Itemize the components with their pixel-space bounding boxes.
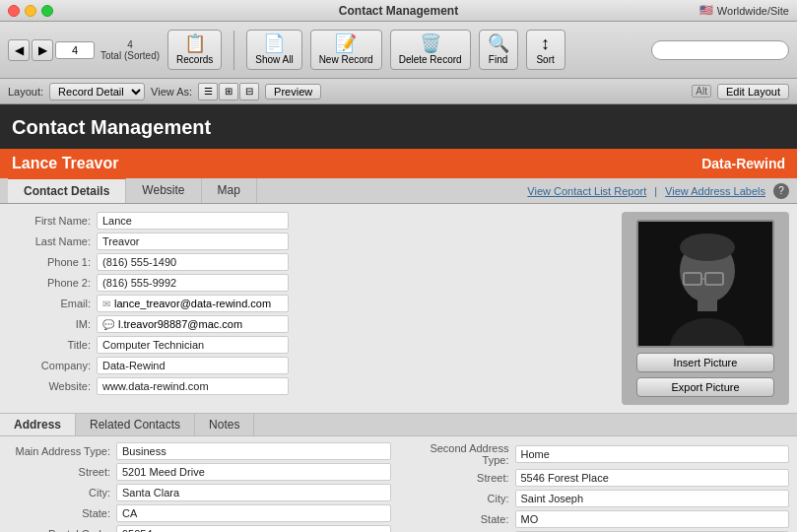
second-state-input[interactable] bbox=[515, 510, 790, 528]
view-list-button[interactable]: ☰ bbox=[198, 83, 218, 100]
contact-photo bbox=[638, 220, 772, 348]
tab-area: Contact Details Website Map View Contact… bbox=[0, 178, 797, 413]
search-input[interactable] bbox=[651, 40, 789, 60]
website-input[interactable] bbox=[97, 377, 289, 395]
phone1-input[interactable] bbox=[97, 253, 289, 271]
company-label: Company: bbox=[8, 360, 97, 371]
second-type-row: Second Address Type: bbox=[407, 442, 790, 466]
titlebar-right: 🇺🇸 Worldwide/Site bbox=[699, 4, 789, 17]
maximize-button[interactable] bbox=[41, 5, 53, 17]
view-grid-button[interactable]: ⊟ bbox=[239, 83, 259, 100]
edit-layout-button[interactable]: Edit Layout bbox=[717, 84, 789, 100]
im-label: IM: bbox=[8, 318, 97, 330]
new-record-icon: 📝 bbox=[335, 34, 357, 52]
first-name-row: First Name: bbox=[8, 212, 610, 230]
main-street-input[interactable] bbox=[116, 463, 391, 481]
svg-point-5 bbox=[680, 233, 735, 261]
new-record-button[interactable]: 📝 New Record bbox=[310, 30, 382, 70]
name-banner: Lance Treavor Data-Rewind bbox=[0, 149, 797, 178]
company-input[interactable] bbox=[97, 357, 289, 374]
window-title: Contact Management bbox=[339, 4, 458, 18]
phone2-input[interactable] bbox=[97, 274, 289, 292]
find-button[interactable]: 🔍 Find bbox=[479, 30, 518, 70]
title-label: Title: bbox=[8, 339, 97, 351]
title-row: Title: bbox=[8, 336, 610, 354]
layoutbar: Layout: Record Detail View As: ☰ ⊞ ⊟ Pre… bbox=[0, 79, 797, 104]
main-city-label: City: bbox=[8, 487, 116, 499]
last-name-label: Last Name: bbox=[8, 235, 97, 247]
contact-name: Lance Treavor bbox=[12, 155, 119, 172]
last-name-row: Last Name: bbox=[8, 233, 610, 250]
email-input[interactable] bbox=[114, 298, 283, 309]
nav-back-button[interactable]: ◀ bbox=[8, 39, 30, 61]
layout-select[interactable]: Record Detail bbox=[49, 83, 145, 100]
main-type-row: Main Address Type: bbox=[8, 442, 391, 460]
im-row: IM: 💬 bbox=[8, 315, 610, 333]
sort-button[interactable]: ↕️ Sort bbox=[526, 30, 565, 70]
view-table-button[interactable]: ⊞ bbox=[219, 83, 238, 100]
phone2-row: Phone 2: bbox=[8, 274, 610, 292]
minimize-button[interactable] bbox=[25, 5, 36, 17]
second-state-row: State: bbox=[407, 510, 790, 528]
phone1-label: Phone 1: bbox=[8, 256, 97, 268]
close-button[interactable] bbox=[8, 5, 20, 17]
subtab-address[interactable]: Address bbox=[0, 414, 76, 435]
toolbar: ◀ ▶ 4 Total (Sorted) 📋 Records 📄 Show Al… bbox=[0, 22, 797, 79]
im-icon: 💬 bbox=[102, 319, 114, 330]
email-icon: ✉ bbox=[102, 299, 110, 309]
records-button[interactable]: 📋 Records bbox=[167, 30, 222, 70]
main-type-input[interactable] bbox=[116, 442, 391, 460]
layout-label: Layout: bbox=[8, 86, 43, 98]
nav-forward-button[interactable]: ▶ bbox=[32, 39, 53, 61]
second-state-label: State: bbox=[407, 513, 515, 525]
second-type-input[interactable] bbox=[515, 445, 790, 463]
main-state-input[interactable] bbox=[116, 504, 391, 522]
first-name-input[interactable] bbox=[97, 212, 289, 230]
alt-label: Alt bbox=[692, 85, 711, 98]
tab-map[interactable]: Map bbox=[202, 178, 257, 203]
email-field-container: ✉ bbox=[97, 295, 289, 312]
second-street-row: Street: bbox=[407, 469, 790, 487]
first-name-label: First Name: bbox=[8, 215, 97, 227]
title-input[interactable] bbox=[97, 336, 289, 354]
view-icons: ☰ ⊞ ⊟ bbox=[198, 83, 259, 100]
contact-company-banner: Data-Rewind bbox=[701, 156, 785, 171]
delete-record-icon: 🗑️ bbox=[420, 34, 441, 52]
record-number-input[interactable] bbox=[55, 41, 95, 59]
export-picture-button[interactable]: Export Picture bbox=[636, 377, 774, 397]
photo-frame bbox=[636, 220, 774, 348]
im-input[interactable] bbox=[118, 318, 283, 330]
main-type-label: Main Address Type: bbox=[8, 445, 116, 457]
link-divider: | bbox=[654, 185, 657, 197]
main-street-row: Street: bbox=[8, 463, 391, 481]
address-section: Main Address Type: Street: City: State: … bbox=[0, 436, 797, 532]
tab-contact-details[interactable]: Contact Details bbox=[8, 178, 126, 203]
main-city-input[interactable] bbox=[116, 484, 391, 501]
tab-links: View Contact List Report | View Address … bbox=[527, 183, 789, 199]
main-address-col: Main Address Type: Street: City: State: … bbox=[8, 442, 391, 532]
tab-website[interactable]: Website bbox=[126, 178, 201, 203]
view-contact-list-link[interactable]: View Contact List Report bbox=[527, 185, 646, 197]
phone2-label: Phone 2: bbox=[8, 277, 97, 289]
contact-form: First Name: Last Name: Phone 1: Phone 2:… bbox=[0, 204, 797, 413]
view-address-labels-link[interactable]: View Address Labels bbox=[665, 185, 765, 197]
titlebar: Contact Management 🇺🇸 Worldwide/Site bbox=[0, 0, 797, 22]
records-info: 4 Total (Sorted) bbox=[100, 39, 160, 61]
main-content: Contact Management bbox=[0, 104, 797, 149]
second-city-input[interactable] bbox=[515, 490, 790, 507]
help-button[interactable]: ? bbox=[773, 183, 789, 199]
last-name-input[interactable] bbox=[97, 233, 289, 250]
second-street-input[interactable] bbox=[515, 469, 790, 487]
main-postal-input[interactable] bbox=[116, 525, 391, 532]
preview-button[interactable]: Preview bbox=[265, 84, 321, 100]
main-state-label: State: bbox=[8, 507, 116, 519]
subtab-notes[interactable]: Notes bbox=[195, 414, 254, 435]
subtab-related[interactable]: Related Contacts bbox=[76, 414, 195, 435]
traffic-lights[interactable] bbox=[8, 5, 53, 17]
show-all-button[interactable]: 📄 Show All bbox=[246, 30, 301, 70]
sorted-label: Total (Sorted) bbox=[100, 50, 160, 61]
delete-record-button[interactable]: 🗑️ Delete Record bbox=[390, 30, 471, 70]
insert-picture-button[interactable]: Insert Picture bbox=[636, 353, 774, 372]
main-postal-row: Postal Code: bbox=[8, 525, 391, 532]
second-address-col: Second Address Type: Street: City: State… bbox=[407, 442, 790, 532]
